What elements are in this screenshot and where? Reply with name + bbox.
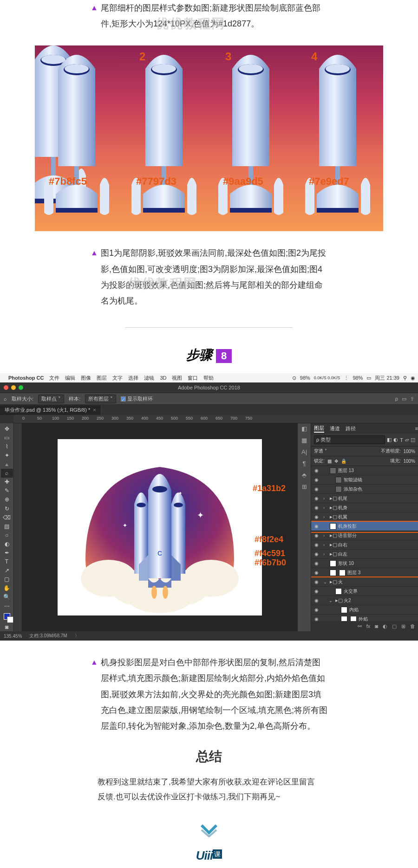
brush-tool[interactable]: ✎ — [1, 486, 13, 495]
fill-value[interactable]: 100% — [403, 459, 415, 464]
layer-row[interactable]: ◉智能滤镜 — [311, 475, 418, 485]
minimize-button[interactable] — [11, 385, 16, 390]
svg-text:✦: ✦ — [178, 491, 182, 496]
sample-ring-checkbox[interactable]: ✓显示取样环 — [121, 395, 153, 402]
tab-channels[interactable]: 通道 — [330, 425, 340, 432]
tab-paths[interactable]: 路径 — [346, 425, 356, 432]
zoom-value[interactable]: 135.45% — [4, 634, 22, 639]
layers-list[interactable]: ◉图层 13◉智能滤镜◉添加杂色◉›▸▢机尾◉›▸▢机身◉›▸▢机翼◉机身投影◉… — [311, 466, 418, 621]
healing-tool[interactable]: ✚ — [1, 478, 13, 486]
layer-row[interactable]: ◉›▸▢语音部分 — [311, 531, 418, 540]
panel-menu-icon[interactable]: ≡ — [415, 426, 418, 431]
hand-tool[interactable]: ✋ — [1, 584, 13, 593]
siri-icon[interactable]: ◉ — [411, 375, 415, 381]
filter-img-icon[interactable]: ◧ — [387, 437, 392, 443]
zoom-tool[interactable]: 🔍 — [1, 593, 13, 602]
layer-row[interactable]: ◉图层 3 — [311, 568, 418, 577]
layer-row[interactable]: ◉形状 10 — [311, 559, 418, 568]
3d-icon[interactable]: ⬘ — [302, 472, 307, 479]
cpu-pct: 98% — [300, 375, 310, 381]
close-button[interactable] — [4, 385, 8, 390]
para-icon[interactable]: ¶ — [303, 460, 306, 467]
eraser-tool[interactable]: ⌫ — [1, 513, 13, 522]
move-tool[interactable]: ✥ — [1, 424, 13, 433]
canvas-area[interactable]: ✦ ✦ ✦ C — [14, 423, 297, 631]
gradient-tool[interactable]: ▤ — [1, 522, 13, 531]
search-icon[interactable]: ρ — [395, 396, 398, 402]
magic-wand-tool[interactable]: ✦ — [1, 451, 13, 460]
lib-icon[interactable]: ⊞ — [302, 483, 307, 490]
color-icon[interactable]: ◧ — [301, 425, 307, 432]
pen-tool[interactable]: ✒ — [1, 548, 13, 557]
menu-edit[interactable]: 编辑 — [65, 375, 75, 382]
char-icon[interactable]: A| — [301, 448, 307, 455]
filter-kind[interactable]: ρ 类型 — [314, 435, 385, 444]
swatch-icon[interactable]: ▦ — [301, 437, 307, 444]
shape-tool[interactable]: ▢ — [1, 575, 13, 584]
lock-pixels-icon[interactable]: ▦ — [327, 459, 332, 464]
layer-row[interactable]: ◉›▸▢机尾 — [311, 494, 418, 503]
filter-type-icon[interactable]: T — [400, 437, 403, 443]
layer-row[interactable]: ◉外焰 — [311, 615, 418, 621]
eyedropper-icon[interactable]: ⌕ — [4, 396, 7, 402]
lock-position-icon[interactable]: ✥ — [334, 459, 338, 464]
layer-row[interactable]: ◉›▸▢机身 — [311, 503, 418, 512]
app-name[interactable]: Photoshop CC — [8, 375, 44, 381]
quickmask-tool[interactable]: ◙ — [1, 622, 13, 631]
adj-icon[interactable]: ◐ — [383, 623, 387, 629]
layer-row[interactable]: ◉机身投影 — [311, 522, 418, 531]
layer-row[interactable]: ◉⌄▸▢火 — [311, 577, 418, 587]
type-tool[interactable]: T — [1, 557, 13, 566]
blend-mode-select[interactable]: 穿透 ˅ — [314, 448, 378, 454]
menu-filter[interactable]: 滤镜 — [144, 375, 154, 382]
menu-view[interactable]: 视图 — [172, 375, 182, 382]
layer-row[interactable]: ◉›▸▢白左 — [311, 550, 418, 559]
menu-image[interactable]: 图像 — [81, 375, 91, 382]
fx-icon[interactable]: fx — [366, 623, 371, 629]
lock-all-icon[interactable]: 🔒 — [341, 459, 346, 464]
mask-icon[interactable]: ◙ — [375, 623, 378, 629]
blur-tool[interactable]: ○ — [1, 531, 13, 539]
menu-file[interactable]: 文件 — [49, 375, 59, 382]
menu-window[interactable]: 窗口 — [188, 375, 198, 382]
stamp-tool[interactable]: ⊕ — [1, 495, 13, 504]
layer-row[interactable]: ◉内焰 — [311, 605, 418, 615]
more-tool[interactable]: ⋯ — [1, 602, 13, 610]
maximize-button[interactable] — [19, 385, 23, 390]
group-icon[interactable]: ▢ — [392, 623, 397, 629]
filter-shape-icon[interactable]: ▱ — [405, 437, 409, 443]
lasso-tool[interactable]: ⌇ — [1, 442, 13, 451]
layer-row[interactable]: ◉图层 13 — [311, 466, 418, 475]
layer-row[interactable]: ◉添加杂色 — [311, 485, 418, 494]
marquee-tool[interactable]: ▭ — [1, 433, 13, 442]
menu-layer[interactable]: 图层 — [97, 375, 107, 382]
layer-row[interactable]: ◉›▸▢机翼 — [311, 512, 418, 522]
filter-smart-icon[interactable]: ◫ — [411, 437, 415, 443]
dodge-tool[interactable]: ◐ — [1, 539, 13, 548]
fg-bg-swatch[interactable] — [1, 610, 13, 622]
history-brush-tool[interactable]: ↻ — [1, 504, 13, 513]
trash-icon[interactable]: 🗑 — [410, 623, 415, 629]
menu-select[interactable]: 选择 — [128, 375, 138, 382]
workspace-icon[interactable]: ▭ — [402, 396, 406, 402]
eyedropper-tool[interactable]: ⌕ — [1, 469, 13, 478]
tab-layers[interactable]: 图层 — [314, 425, 324, 433]
opacity-value[interactable]: 100% — [403, 449, 415, 454]
menu-type[interactable]: 文字 — [112, 375, 123, 382]
path-tool[interactable]: ↗ — [1, 566, 13, 575]
sample-size-select[interactable]: 取样点 ˅ — [38, 395, 64, 403]
document-tab[interactable]: 毕业作业.psd @ 135% (火1, RGB/8) *× — [0, 405, 418, 415]
spotlight-icon[interactable]: ⚲ — [403, 375, 407, 381]
crop-tool[interactable]: ⟁ — [1, 460, 13, 469]
new-icon[interactable]: ⊞ — [401, 623, 405, 629]
menu-3d[interactable]: 3D — [160, 375, 166, 381]
layer-row[interactable]: ◉›▸▢白右 — [311, 540, 418, 550]
link-icon[interactable]: ⚯ — [358, 623, 362, 629]
layer-row[interactable]: ◉⌄▸▢火2 — [311, 596, 418, 605]
sample-select[interactable]: 所有图层 ˅ — [85, 395, 116, 403]
menu-help[interactable]: 帮助 — [203, 375, 214, 382]
filter-adj-icon[interactable]: ◐ — [393, 437, 398, 443]
share-icon[interactable]: ⇪ — [410, 396, 414, 402]
layer-row[interactable]: ◉火交界 — [311, 587, 418, 596]
close-icon[interactable]: × — [93, 407, 96, 413]
